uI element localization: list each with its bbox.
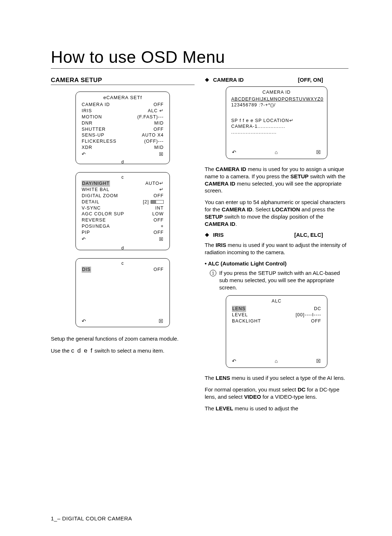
iris-para1: The IRIS menu is used if you want to adj… [205, 241, 348, 256]
camera-id-box: CAMERA ID ABCDEFGHIJKLMNOPQRSTUVWXYZ0 12… [226, 86, 327, 159]
back-icon: ↶ [82, 236, 86, 243]
osd-row-value: DC [314, 306, 321, 312]
osd-row-label: CAMERA ID [82, 102, 110, 108]
osd-row-label: AGC COLOR SUP [82, 211, 124, 217]
alc-step-1: 1 If you press the SETUP switch with an … [210, 269, 348, 291]
osd-row-value: MID [154, 145, 164, 151]
osd-row-value: AUTO↵ [146, 180, 164, 187]
level-para: The LEVEL menu is used to adjust the [205, 405, 348, 412]
osd-row-label: IRIS [82, 108, 92, 114]
camera-id-para2: You can enter up to 54 alphanumeric or s… [205, 199, 348, 227]
osd-row-label: DIGITAL ZOOM [82, 193, 118, 199]
heading-options: [OFF, ON] [298, 77, 323, 83]
cid-dots-line: ............................ [231, 129, 322, 135]
osd-row-label: POSI/NEGA [82, 223, 110, 230]
osd-row-label: XDR [82, 145, 92, 151]
osd-row-value: ALC ↵ [148, 108, 164, 114]
close-icon: ☒ [159, 318, 164, 324]
back-icon: ↶ [82, 151, 86, 158]
back-icon: ↶ [232, 358, 237, 364]
osd-row-label: MOTION [82, 114, 102, 120]
close-icon: ☒ [159, 236, 164, 243]
step-number-icon: 1 [210, 270, 216, 276]
right-column: CAMERA ID [OFF, ON] CAMERA ID ABCDEFGHIJ… [205, 77, 348, 515]
heading-label: CAMERA ID [213, 77, 244, 83]
osd-row-value: + [161, 223, 164, 230]
osd-row-value: OFF [311, 318, 321, 324]
detail-bar-icon [151, 200, 164, 204]
osd-row-value: LOW [152, 211, 164, 217]
osd-row-label: PIP [82, 230, 90, 236]
osd-row-value: AUTO X4 [142, 132, 164, 138]
left-para-1: Setup the general functions of zoom came… [51, 335, 195, 342]
lens-para2: For normal operation, you must select DC… [205, 386, 348, 401]
cid-controls-line: SP f f e e SP LOCATION↵ [231, 118, 322, 123]
osd-box1-title: eCAMERA SETf [82, 95, 164, 100]
osd-row-value: OFF [154, 267, 164, 273]
osd-row-value: OFF [154, 126, 164, 133]
close-icon: ☒ [159, 151, 164, 158]
osd-row-value: OFF [154, 230, 164, 236]
close-icon: ☒ [316, 149, 321, 155]
osd-camera-set-box: eCAMERA SETf CAMERA IDOFF IRISALC ↵ MOTI… [75, 92, 170, 164]
osd-box2: c DAY/NIGHTAUTO↵ WHITE BAL↵ DIGITAL ZOOM… [75, 172, 170, 250]
osd-row-label: SHUTTER [82, 126, 106, 133]
back-icon: ↶ [82, 318, 86, 324]
down-indicator: d [76, 245, 170, 251]
osd-row-value: OFF [154, 102, 164, 108]
diamond-icon [205, 232, 211, 238]
page-footer: 1_– DIGITAL COLOR CAMERA [51, 515, 348, 521]
osd-row-value: ↵ [159, 187, 164, 193]
home-icon: ⌂ [275, 149, 278, 155]
osd-row-label: FLICKERLESS [82, 138, 117, 145]
diamond-icon [205, 77, 211, 83]
down-indicator: d [76, 159, 170, 165]
camera-id-para1: The CAMERA ID menu is used for you to as… [205, 166, 348, 194]
left-para-2: Use the c d e f switch to select a menu … [51, 347, 195, 355]
osd-row-label: BACKLIGHT [232, 318, 261, 324]
lens-para: The LENS menu is used if you select a ty… [205, 374, 348, 382]
alc-title: ALC [232, 299, 321, 304]
home-icon: ⌂ [275, 358, 278, 364]
alc-box: ALC LENSDC LEVEL[00]----I---- BACKLIGHTO… [226, 295, 327, 368]
osd-row-label: WHITE BAL [82, 187, 109, 193]
cid-title: CAMERA ID [231, 90, 322, 95]
back-icon: ↶ [232, 149, 237, 155]
nav-keys: c d e f [71, 347, 93, 354]
cid-name-line: CAMERA-1................. [231, 123, 322, 129]
osd-row-label: SENS-UP [82, 132, 105, 138]
page-title: How to use OSD Menu [51, 47, 348, 69]
camera-setup-heading: CAMERA SETUP [51, 77, 195, 85]
alc-heading: ALC (Automatic Light Control) [205, 260, 348, 267]
cid-charset-line1: ABCDEFGHIJKLMNOPQRSTUVWXYZ0 [231, 96, 322, 102]
heading-options: [ALC, ELC] [294, 232, 323, 238]
camera-id-heading: CAMERA ID [OFF, ON] [205, 77, 348, 83]
left-column: CAMERA SETUP eCAMERA SETf CAMERA IDOFF I… [51, 77, 195, 515]
osd-row-value: MID [154, 120, 164, 126]
osd-row-label: LENS [232, 306, 246, 312]
text: Use the [51, 348, 71, 354]
osd-row-value: (F.FAST)--- [137, 114, 164, 120]
osd-row-label: V-SYNC [82, 205, 101, 211]
heading-label: IRIS [213, 232, 224, 238]
up-indicator: c [82, 261, 164, 266]
text: switch to select a menu item. [94, 348, 164, 354]
osd-box3: c DISOFF ↶ ☒ [75, 258, 170, 327]
cid-charset-line2: 123456789 :?-+*()/ [231, 102, 322, 108]
osd-row-label: DETAIL [82, 199, 99, 205]
osd-row-value: OFF [154, 217, 164, 223]
osd-row-value: [2] [143, 199, 164, 205]
iris-heading: IRIS [ALC, ELC] [205, 232, 348, 238]
close-icon: ☒ [316, 358, 321, 364]
osd-row-value: OFF [154, 193, 164, 199]
osd-row-value: INT [155, 205, 164, 211]
osd-row-label: REVERSE [82, 217, 106, 223]
osd-row-label: DNR [82, 120, 93, 126]
osd-row-label: DIS [82, 267, 91, 273]
osd-row-value: (OFF)--- [144, 138, 164, 145]
osd-row-label: DAY/NIGHT [82, 180, 110, 187]
osd-row-value: [00]----I---- [295, 312, 321, 318]
osd-row-label: LEVEL [232, 312, 248, 318]
up-indicator: c [82, 175, 164, 180]
